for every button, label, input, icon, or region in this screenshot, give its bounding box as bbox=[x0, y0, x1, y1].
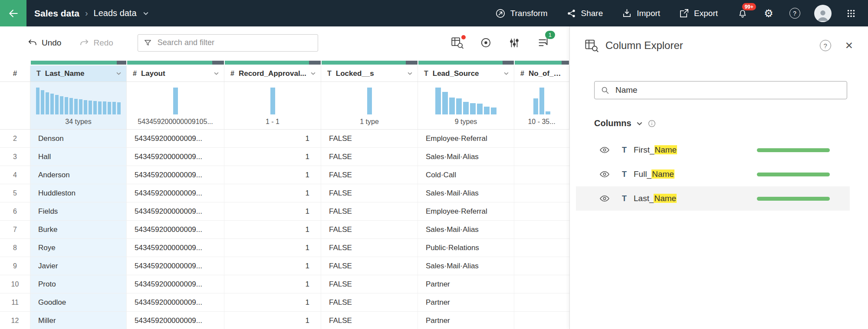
settings-button[interactable]: ⚙ bbox=[762, 7, 775, 20]
cell[interactable]: Sales·Mail·Alias bbox=[418, 221, 514, 238]
cell[interactable]: 1 bbox=[224, 293, 321, 311]
cell[interactable]: 543459200000009... bbox=[127, 312, 224, 329]
cell[interactable]: FALSE bbox=[321, 221, 418, 238]
cell[interactable]: 1 bbox=[224, 148, 321, 166]
cell[interactable]: 543459200000009... bbox=[127, 221, 224, 238]
cell[interactable]: 1 bbox=[224, 221, 321, 238]
import-button[interactable]: Import bbox=[622, 8, 660, 18]
applied-steps-button[interactable]: 1 bbox=[536, 36, 549, 49]
cell[interactable]: 1 bbox=[224, 312, 321, 329]
quality-strip-record-approval[interactable] bbox=[224, 61, 321, 65]
cell[interactable]: 543459200000009... bbox=[127, 293, 224, 311]
notifications-button[interactable]: 99+ bbox=[736, 7, 749, 20]
cell[interactable] bbox=[514, 184, 569, 202]
histogram-record-approval[interactable]: 1 - 1 bbox=[224, 82, 321, 129]
cell[interactable]: 543459200000009... bbox=[127, 202, 224, 220]
cell[interactable]: Miller bbox=[30, 312, 127, 329]
cell[interactable]: FALSE bbox=[321, 275, 418, 293]
cell[interactable]: FALSE bbox=[321, 257, 418, 275]
cell[interactable] bbox=[514, 148, 569, 166]
column-item-last-name[interactable]: T Last_Name bbox=[576, 186, 850, 211]
cell[interactable]: Roye bbox=[30, 239, 127, 257]
histogram-locked[interactable]: 1 type bbox=[321, 82, 418, 129]
column-header-last-name[interactable]: T Last_Name bbox=[30, 65, 127, 81]
info-icon[interactable] bbox=[648, 119, 656, 128]
cell[interactable]: 1 bbox=[224, 257, 321, 275]
export-button[interactable]: Export bbox=[679, 8, 718, 18]
apps-grid-button[interactable] bbox=[845, 7, 858, 20]
cell[interactable]: FALSE bbox=[321, 148, 418, 166]
cell[interactable]: Sales·Mail·Alias bbox=[418, 184, 514, 202]
cell[interactable]: FALSE bbox=[321, 166, 418, 184]
cell[interactable]: FALSE bbox=[321, 130, 418, 147]
cell[interactable]: 543459200000009... bbox=[127, 130, 224, 147]
cell[interactable] bbox=[514, 239, 569, 257]
panel-close-button[interactable]: ✕ bbox=[845, 41, 853, 51]
filters-settings-button[interactable] bbox=[508, 36, 521, 49]
cell[interactable]: FALSE bbox=[321, 293, 418, 311]
quality-strip-last-name[interactable] bbox=[30, 61, 127, 65]
cell[interactable]: Huddleston bbox=[30, 184, 127, 202]
cell[interactable]: Goodloe bbox=[30, 293, 127, 311]
cell[interactable] bbox=[514, 293, 569, 311]
cell[interactable] bbox=[514, 202, 569, 220]
panel-search-input[interactable] bbox=[615, 85, 841, 95]
cell[interactable]: Hall bbox=[30, 148, 127, 166]
panel-help-button[interactable]: ? bbox=[820, 40, 831, 51]
cell[interactable] bbox=[514, 275, 569, 293]
quality-strip-no-of-em[interactable] bbox=[514, 61, 569, 65]
column-menu-caret-icon[interactable] bbox=[504, 72, 510, 75]
cell[interactable] bbox=[514, 257, 569, 275]
cell[interactable]: Employee·Referral bbox=[418, 130, 514, 147]
column-menu-caret-icon[interactable] bbox=[116, 72, 122, 75]
column-header-locked[interactable]: T Locked__s bbox=[321, 65, 418, 81]
cell[interactable]: FALSE bbox=[321, 312, 418, 329]
histogram-lead-source[interactable]: 9 types bbox=[418, 82, 514, 129]
chevron-down-icon[interactable] bbox=[143, 12, 148, 15]
cell[interactable]: 543459200000009... bbox=[127, 184, 224, 202]
column-header-layout[interactable]: # Layout bbox=[127, 65, 224, 81]
quality-strip-lead-source[interactable] bbox=[418, 61, 514, 65]
breadcrumb-dataset[interactable]: Sales data bbox=[34, 8, 79, 19]
cell[interactable]: FALSE bbox=[321, 202, 418, 220]
cell[interactable]: FALSE bbox=[321, 239, 418, 257]
cell[interactable]: 543459200000009... bbox=[127, 166, 224, 184]
cell[interactable]: FALSE bbox=[321, 184, 418, 202]
back-button[interactable] bbox=[0, 0, 26, 26]
cell[interactable]: Anderson bbox=[30, 166, 127, 184]
cell[interactable]: Partner bbox=[418, 312, 514, 329]
column-menu-caret-icon[interactable] bbox=[408, 72, 413, 75]
cell[interactable]: 1 bbox=[224, 202, 321, 220]
cell[interactable]: Fields bbox=[30, 202, 127, 220]
column-menu-caret-icon[interactable] bbox=[214, 72, 220, 75]
share-button[interactable]: Share bbox=[567, 9, 603, 18]
cell[interactable]: 1 bbox=[224, 239, 321, 257]
cell[interactable]: Proto bbox=[30, 275, 127, 293]
histogram-last-name[interactable]: 34 types bbox=[30, 82, 127, 129]
search-input[interactable] bbox=[157, 38, 312, 48]
cell[interactable]: 543459200000009... bbox=[127, 148, 224, 166]
cell[interactable]: Cold·Call bbox=[418, 166, 514, 184]
cell[interactable]: Sales·Mail·Alias bbox=[418, 257, 514, 275]
cell[interactable]: Public·Relations bbox=[418, 239, 514, 257]
undo-button[interactable]: Undo bbox=[28, 38, 61, 48]
eye-icon[interactable] bbox=[599, 145, 610, 155]
cell[interactable]: Partner bbox=[418, 293, 514, 311]
column-item-first-name[interactable]: T First_Name bbox=[576, 138, 850, 162]
cell[interactable]: Burke bbox=[30, 221, 127, 238]
column-header-lead-source[interactable]: T Lead_Source bbox=[418, 65, 514, 81]
quality-strip-layout[interactable] bbox=[127, 61, 224, 65]
panel-search-box[interactable] bbox=[594, 81, 847, 99]
cell[interactable] bbox=[514, 130, 569, 147]
histogram-layout[interactable]: 543459200000009105... bbox=[127, 82, 224, 129]
cell[interactable]: Partner bbox=[418, 275, 514, 293]
column-item-full-name[interactable]: T Full_Name bbox=[576, 162, 850, 186]
cell[interactable]: Javier bbox=[30, 257, 127, 275]
cell[interactable] bbox=[514, 312, 569, 329]
transform-button[interactable]: Transform bbox=[495, 8, 548, 19]
cell[interactable]: 543459200000009... bbox=[127, 257, 224, 275]
eye-icon[interactable] bbox=[599, 169, 610, 179]
redo-button[interactable]: Redo bbox=[79, 38, 113, 48]
cell[interactable]: 1 bbox=[224, 184, 321, 202]
cell[interactable]: 543459200000009... bbox=[127, 239, 224, 257]
